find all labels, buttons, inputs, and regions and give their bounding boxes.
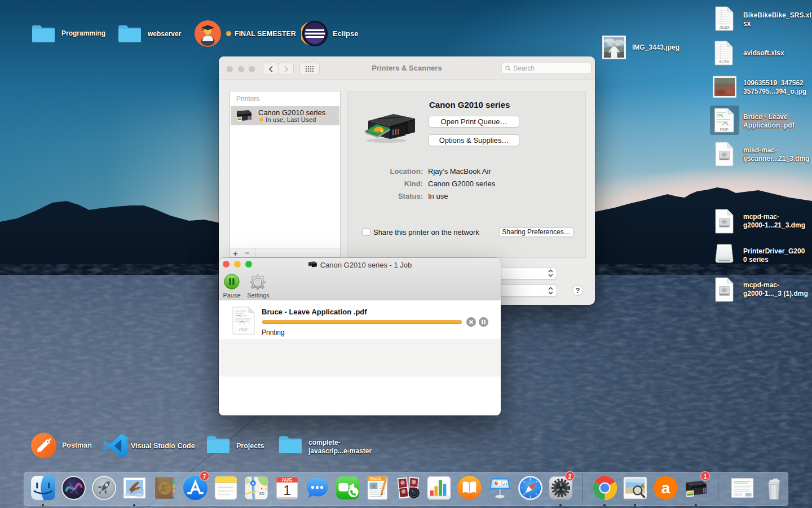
svg-text:1: 1: [283, 483, 291, 498]
svg-text:3D: 3D: [259, 491, 264, 496]
svg-text:PAGES: PAGES: [369, 477, 381, 480]
svg-text:PDF: PDF: [239, 327, 248, 332]
svg-text:a: a: [661, 479, 670, 497]
svg-text:AUG: AUG: [281, 477, 292, 483]
